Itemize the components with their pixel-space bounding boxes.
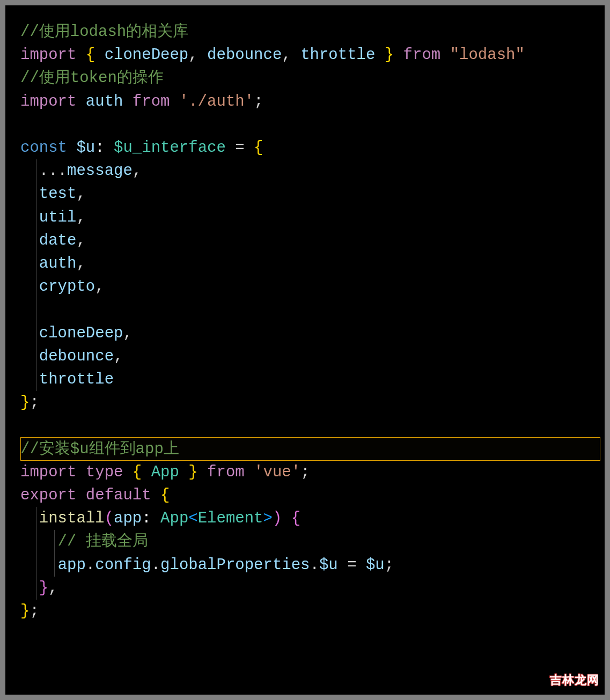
code-editor[interactable]: //使用lodash的相关库 import { cloneDeep, debou… bbox=[5, 5, 605, 695]
brace: { bbox=[160, 487, 170, 504]
code-line: }, bbox=[20, 577, 590, 600]
identifier: $u bbox=[76, 139, 95, 157]
code-line: crypto, bbox=[20, 275, 590, 298]
identifier: debounce bbox=[207, 46, 282, 64]
identifier: throttle bbox=[300, 46, 375, 64]
code-line: //使用token的操作 bbox=[20, 67, 590, 90]
code-line: date, bbox=[20, 229, 590, 252]
comment-text: //安装$u组件到app上 bbox=[20, 440, 179, 458]
code-line: app.config.globalProperties.$u = $u; bbox=[20, 554, 590, 577]
punct: , bbox=[95, 278, 104, 296]
brace: { bbox=[86, 46, 95, 64]
indent-guide bbox=[36, 159, 37, 182]
indent-guide bbox=[54, 554, 55, 577]
keyword: type bbox=[86, 463, 123, 481]
punct: , bbox=[76, 209, 85, 226]
identifier: crypto bbox=[39, 278, 95, 296]
angle-bracket: > bbox=[263, 510, 273, 527]
identifier: date bbox=[39, 232, 77, 249]
identifier: config bbox=[95, 556, 151, 574]
code-line: import type { App } from 'vue'; bbox=[20, 461, 590, 484]
keyword: import bbox=[20, 46, 76, 64]
paren: ) bbox=[273, 510, 282, 527]
keyword: from bbox=[207, 463, 245, 481]
keyword: import bbox=[20, 463, 76, 481]
punct: ; bbox=[300, 463, 310, 481]
string-literal: "lodash" bbox=[450, 46, 525, 64]
code-line: }; bbox=[20, 391, 590, 414]
code-line bbox=[20, 113, 590, 136]
brace: } bbox=[20, 394, 30, 411]
identifier: $u bbox=[319, 556, 338, 574]
identifier: util bbox=[39, 209, 77, 226]
indent-guide bbox=[36, 577, 37, 600]
code-line: test, bbox=[20, 182, 590, 205]
punct: , bbox=[188, 46, 197, 64]
identifier: app bbox=[58, 556, 86, 574]
comment-text: //使用token的操作 bbox=[20, 69, 164, 87]
punct: : bbox=[95, 139, 104, 157]
indent-guide bbox=[36, 229, 37, 252]
code-line: install(app: App<Element>) { bbox=[20, 507, 590, 530]
comment-text: //使用lodash的相关库 bbox=[20, 23, 188, 41]
brace: { bbox=[133, 463, 142, 481]
punct: ; bbox=[30, 394, 39, 411]
keyword: from bbox=[133, 93, 170, 110]
indent-guide bbox=[36, 554, 37, 577]
code-line: ...message, bbox=[20, 159, 590, 182]
keyword: import bbox=[20, 93, 76, 110]
code-line: debounce, bbox=[20, 345, 590, 368]
keyword: default bbox=[86, 487, 151, 504]
brace: { bbox=[254, 139, 263, 157]
punct: , bbox=[48, 579, 57, 597]
identifier: debounce bbox=[39, 348, 114, 365]
identifier: $u bbox=[366, 556, 385, 574]
indent-guide bbox=[36, 345, 37, 368]
identifier: auth bbox=[39, 255, 77, 272]
spread: ... bbox=[39, 162, 67, 180]
code-line: //使用lodash的相关库 bbox=[20, 20, 590, 43]
brace: } bbox=[188, 463, 197, 481]
keyword: export bbox=[20, 487, 76, 504]
code-line: throttle bbox=[20, 368, 590, 391]
indent-guide bbox=[36, 530, 37, 553]
code-line: export default { bbox=[20, 484, 590, 507]
punct: , bbox=[123, 325, 132, 342]
indent-guide bbox=[36, 368, 37, 391]
identifier: cloneDeep bbox=[39, 325, 123, 342]
keyword: from bbox=[403, 46, 441, 64]
punct: . bbox=[86, 556, 95, 574]
code-line: const $u: $u_interface = { bbox=[20, 136, 590, 159]
angle-bracket: < bbox=[188, 510, 197, 527]
string-literal: './auth' bbox=[179, 93, 254, 110]
watermark-text: 吉林龙网 bbox=[550, 668, 599, 691]
comment-text: // 挂载全局 bbox=[58, 533, 148, 550]
type: Element bbox=[198, 510, 263, 527]
identifier: throttle bbox=[39, 371, 114, 388]
code-line: }; bbox=[20, 600, 590, 623]
code-line: import { cloneDeep, debounce, throttle }… bbox=[20, 43, 590, 67]
indent-guide bbox=[36, 182, 37, 205]
type: App bbox=[151, 463, 179, 481]
indent-guide bbox=[36, 298, 37, 321]
indent-guide bbox=[36, 252, 37, 275]
code-line: import auth from './auth'; bbox=[20, 90, 590, 113]
code-line: auth, bbox=[20, 252, 590, 275]
code-line bbox=[20, 298, 590, 321]
code-line: cloneDeep, bbox=[20, 322, 590, 345]
punct: ; bbox=[385, 556, 394, 574]
punct: . bbox=[151, 556, 160, 574]
punct: , bbox=[76, 232, 85, 249]
punct: , bbox=[76, 255, 85, 272]
code-line: //安装$u组件到app上 bbox=[20, 438, 590, 461]
punct: . bbox=[310, 556, 319, 574]
identifier: globalProperties bbox=[160, 556, 310, 574]
indent-guide bbox=[54, 530, 55, 553]
indent-guide bbox=[36, 322, 37, 345]
punct: , bbox=[282, 46, 291, 64]
indent-guide bbox=[36, 206, 37, 229]
identifier: auth bbox=[86, 93, 123, 110]
code-line bbox=[20, 414, 590, 437]
brace: { bbox=[291, 510, 300, 527]
indent-guide bbox=[36, 507, 37, 530]
